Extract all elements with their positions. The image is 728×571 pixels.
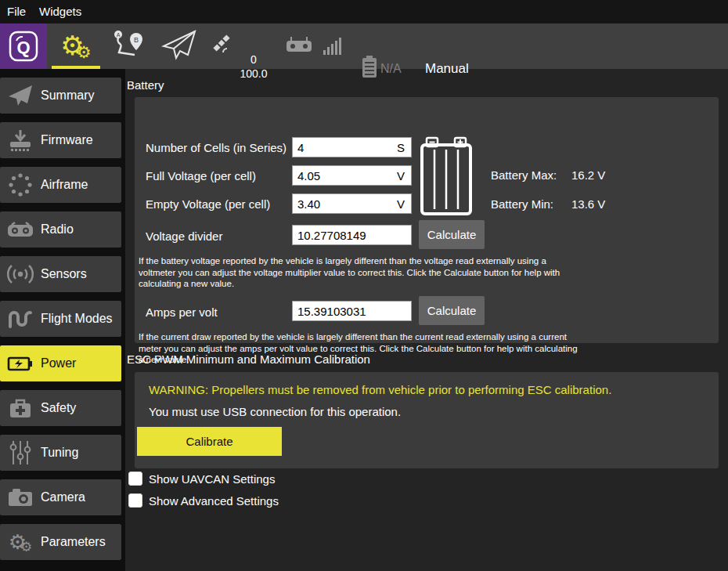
sidebar-item-parameters[interactable]: ⚙ ⚙ Parameters bbox=[0, 524, 121, 560]
sidebar-item-flight-modes[interactable]: Flight Modes bbox=[0, 301, 121, 337]
signal-bars-icon bbox=[323, 38, 341, 55]
sidebar-item-power[interactable]: Power bbox=[0, 345, 121, 381]
menu-widgets[interactable]: Widgets bbox=[39, 5, 81, 18]
cells-field: S bbox=[292, 137, 412, 157]
battery-min-value: 13.6 V bbox=[571, 197, 605, 211]
sidebar-item-label: Radio bbox=[41, 222, 74, 237]
firmware-download-icon bbox=[0, 128, 41, 152]
voltage-divider-help: If the battery voltage reported by the v… bbox=[139, 255, 560, 290]
large-battery-icon bbox=[420, 136, 475, 219]
sidebar-item-summary[interactable]: Summary bbox=[0, 78, 121, 114]
svg-text:B: B bbox=[134, 36, 139, 44]
camera-icon bbox=[0, 486, 41, 508]
advanced-checkbox[interactable] bbox=[128, 493, 142, 508]
sidebar-item-label: Firmware bbox=[41, 133, 93, 147]
sidebar-item-safety[interactable]: Safety bbox=[0, 390, 121, 426]
sidebar-item-label: Airframe bbox=[41, 178, 88, 192]
sidebar-item-label: Summary bbox=[41, 89, 94, 103]
dotted-circle-icon bbox=[0, 172, 41, 197]
gps-satellite-icon bbox=[209, 32, 234, 60]
fly-icon bbox=[161, 29, 197, 63]
advanced-checkbox-label: Show Advanced Settings bbox=[149, 494, 279, 508]
show-uavcan-settings-row[interactable]: Show UAVCAN Settings bbox=[128, 472, 275, 486]
esc-panel: WARNING: Propellers must be removed from… bbox=[135, 372, 719, 468]
battery-max-value: 16.2 V bbox=[571, 168, 605, 182]
battery-min-label: Battery Min: bbox=[491, 197, 553, 211]
setup-sidebar: Summary Firmware bbox=[0, 69, 125, 571]
empty-voltage-unit: V bbox=[397, 197, 411, 211]
esc-usb-note: You must use USB connection for this ope… bbox=[149, 405, 401, 418]
sidebar-item-label: Power bbox=[41, 356, 76, 370]
radio-transmitter-icon bbox=[0, 219, 41, 240]
sidebar-item-label: Tuning bbox=[41, 446, 78, 460]
gps-count-value: 0 bbox=[234, 52, 273, 67]
sidebar-item-sensors[interactable]: Sensors bbox=[0, 256, 121, 292]
sidebar-item-label: Parameters bbox=[41, 535, 106, 549]
sidebar-item-label: Flight Modes bbox=[41, 312, 113, 326]
menubar: File Widgets bbox=[0, 0, 728, 23]
amps-per-volt-label: Amps per volt bbox=[146, 305, 218, 319]
esc-section-title: ESC PWM Minimum and Maximum Calibration bbox=[127, 352, 370, 366]
gears-icon: ⚙ ⚙ bbox=[0, 530, 41, 554]
paper-plane-icon bbox=[0, 84, 41, 107]
sidebar-item-radio[interactable]: Radio bbox=[0, 211, 121, 248]
empty-voltage-field: V bbox=[292, 193, 412, 214]
sidebar-item-label: Sensors bbox=[41, 267, 87, 281]
show-advanced-settings-row[interactable]: Show Advanced Settings bbox=[128, 493, 279, 508]
svg-text:Q: Q bbox=[16, 38, 30, 57]
toolbar: Q ⚙⚙ A B bbox=[0, 23, 728, 69]
rc-transmitter-icon bbox=[285, 32, 313, 60]
empty-v-label: Empty Voltage (per cell) bbox=[146, 197, 270, 211]
sidebar-item-firmware[interactable]: Firmware bbox=[0, 122, 121, 158]
calibrate-button[interactable]: Calibrate bbox=[137, 427, 282, 456]
uavcan-checkbox-label: Show UAVCAN Settings bbox=[149, 472, 275, 486]
voltage-divider-field bbox=[292, 225, 412, 245]
battery-bolt-icon bbox=[0, 352, 41, 374]
gps-status-button[interactable] bbox=[208, 23, 235, 69]
first-aid-case-icon bbox=[0, 396, 41, 420]
tab-vehicle-setup[interactable]: ⚙⚙ bbox=[52, 23, 100, 69]
sidebar-item-camera[interactable]: Camera bbox=[0, 479, 121, 515]
power-setup-page: Battery Number of Cells (in Series) Full… bbox=[125, 69, 728, 571]
sliders-icon bbox=[0, 439, 41, 466]
cells-unit: S bbox=[397, 141, 411, 154]
tab-plan[interactable]: A B bbox=[108, 23, 147, 69]
plan-icon: A B bbox=[110, 27, 145, 65]
uavcan-checkbox[interactable] bbox=[128, 472, 142, 486]
voltage-divider-input[interactable] bbox=[293, 229, 411, 242]
qgroundcontrol-window: File Widgets Q ⚙⚙ A bbox=[0, 0, 728, 571]
empty-voltage-input[interactable] bbox=[293, 197, 397, 211]
cells-input[interactable] bbox=[293, 141, 397, 154]
battery-section-title: Battery bbox=[127, 78, 164, 92]
full-voltage-input[interactable] bbox=[293, 169, 397, 183]
menu-file[interactable]: File bbox=[7, 5, 26, 18]
telemetry-rssi-button[interactable] bbox=[319, 23, 344, 69]
cells-label: Number of Cells (in Series) bbox=[146, 141, 287, 154]
sidebar-item-label: Safety bbox=[41, 401, 76, 415]
esc-warning-text: WARNING: Propellers must be removed from… bbox=[149, 383, 611, 396]
broadcast-icon bbox=[0, 262, 41, 286]
qgc-logo-button[interactable]: Q bbox=[0, 23, 47, 69]
wave-icon bbox=[0, 307, 41, 331]
full-voltage-field: V bbox=[292, 165, 412, 186]
amps-per-volt-field bbox=[292, 301, 412, 321]
amps-calculate-button[interactable]: Calculate bbox=[419, 296, 485, 325]
sidebar-item-airframe[interactable]: Airframe bbox=[0, 167, 121, 203]
voltage-divider-label: Voltage divider bbox=[146, 229, 222, 243]
sidebar-item-tuning[interactable]: Tuning bbox=[0, 435, 121, 471]
sidebar-item-label: Camera bbox=[41, 490, 85, 504]
tab-fly[interactable] bbox=[160, 23, 199, 69]
svg-text:A: A bbox=[117, 32, 121, 38]
battery-panel: Number of Cells (in Series) Full Voltage… bbox=[135, 97, 719, 343]
setup-gears-icon: ⚙⚙ bbox=[60, 32, 91, 61]
full-voltage-unit: V bbox=[397, 169, 411, 183]
voltage-calculate-button[interactable]: Calculate bbox=[419, 220, 485, 249]
amps-per-volt-input[interactable] bbox=[293, 305, 411, 318]
full-v-label: Full Voltage (per cell) bbox=[146, 169, 256, 183]
rc-status-button[interactable] bbox=[283, 23, 315, 69]
battery-max-label: Battery Max: bbox=[491, 168, 557, 182]
